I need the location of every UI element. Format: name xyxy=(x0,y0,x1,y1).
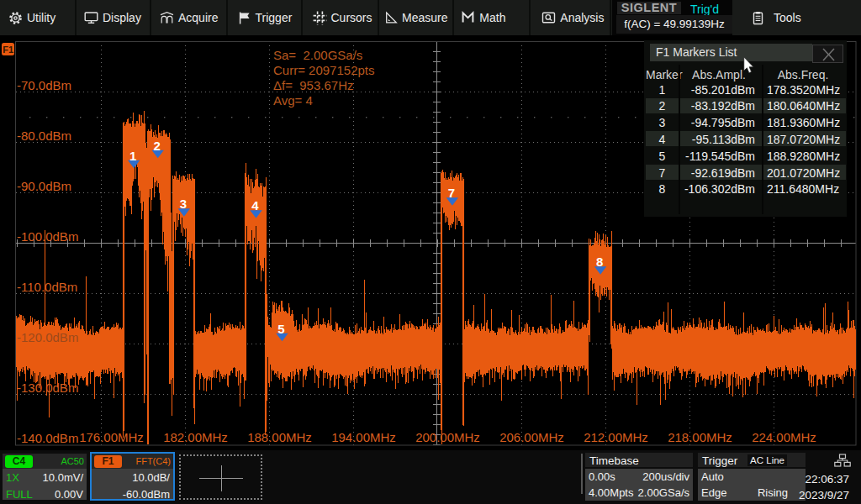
svg-text:8: 8 xyxy=(596,255,603,269)
svg-text:-90.0dBm: -90.0dBm xyxy=(17,179,71,193)
svg-text:Avg= 4: Avg= 4 xyxy=(273,93,313,108)
svg-text:5: 5 xyxy=(277,322,284,336)
svg-text:F1: F1 xyxy=(3,45,13,55)
svg-text:-120.0dBm: -120.0dBm xyxy=(17,330,78,344)
svg-text:-100.0dBm: -100.0dBm xyxy=(17,229,78,244)
svg-text:206.00MHz: 206.00MHz xyxy=(499,430,564,444)
svg-text:176.00MHz: 176.00MHz xyxy=(79,430,144,444)
svg-text:-140.0dBm: -140.0dBm xyxy=(17,431,78,445)
svg-text:218.00MHz: 218.00MHz xyxy=(668,430,732,444)
svg-text:-130.0dBm: -130.0dBm xyxy=(17,381,78,395)
svg-text:4: 4 xyxy=(251,198,259,213)
svg-text:224.00MHz: 224.00MHz xyxy=(752,430,816,444)
svg-text:182.00MHz: 182.00MHz xyxy=(163,430,228,444)
svg-text:Curr= 2097152pts: Curr= 2097152pts xyxy=(273,63,375,77)
svg-text:7: 7 xyxy=(448,186,455,200)
svg-text:-70.0dBm: -70.0dBm xyxy=(17,78,71,92)
svg-text:Δf= 953.67Hz: Δf= 953.67Hz xyxy=(273,78,354,92)
svg-text:-80.0dBm: -80.0dBm xyxy=(17,129,71,143)
svg-text:2: 2 xyxy=(154,139,161,153)
svg-text:200.00MHz: 200.00MHz xyxy=(415,430,480,444)
svg-text:-110.0dBm: -110.0dBm xyxy=(17,280,77,294)
svg-text:3: 3 xyxy=(180,197,187,211)
svg-text:Sa= 2.00GSa/s: Sa= 2.00GSa/s xyxy=(273,48,362,62)
svg-text:188.00MHz: 188.00MHz xyxy=(247,430,312,444)
svg-text:194.00MHz: 194.00MHz xyxy=(331,430,396,444)
svg-text:212.00MHz: 212.00MHz xyxy=(584,430,648,444)
svg-text:1: 1 xyxy=(129,149,136,163)
